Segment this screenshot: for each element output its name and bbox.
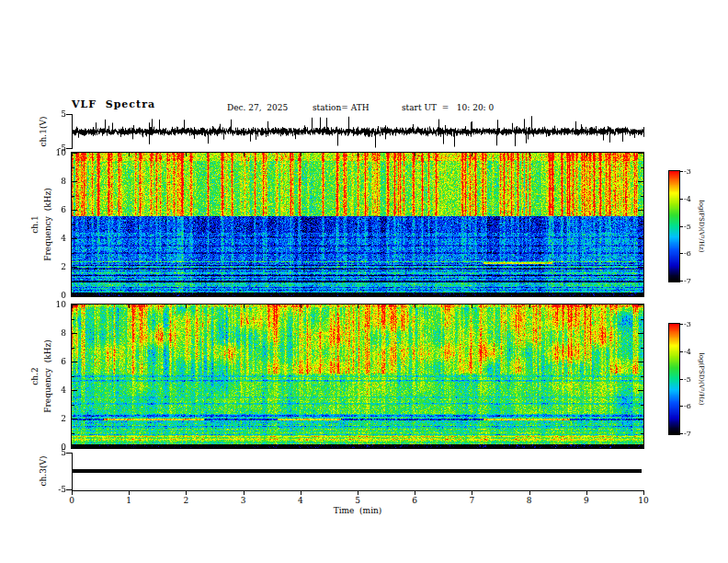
spec-x-tick [301, 444, 301, 448]
time-axis-tick [129, 490, 130, 495]
time-tick-label: 8 [527, 496, 532, 505]
ch2-spec-ytick-minor [641, 319, 643, 320]
spec-x-tick [186, 293, 187, 296]
colorbar-tick-label: -4 [684, 195, 691, 204]
colorbar-tick [679, 351, 683, 352]
spec-x-tick [643, 153, 644, 156]
colorbar-tick [679, 226, 683, 227]
spec-x-tick [472, 293, 472, 296]
time-axis-tick [529, 490, 530, 495]
time-tick-label: 10 [638, 496, 648, 505]
ch2-spec-ytick-minor [641, 348, 643, 349]
colorbar-tick-label: -5 [684, 223, 691, 232]
spec-x-tick [301, 293, 301, 296]
time-tick-label: 9 [584, 496, 589, 505]
ch1-spec-ytick-minor [641, 196, 643, 197]
spec-x-tick [129, 293, 130, 296]
colorbar-tick-label: -7 [684, 430, 691, 439]
start-ut-label: start UT = 10: 20: 0 [402, 103, 494, 112]
spec-x-tick [643, 304, 644, 308]
time-tick-label: 3 [241, 496, 246, 505]
spec-x-tick [244, 293, 245, 296]
ch2-spec-ytick-label: 6 [42, 357, 66, 366]
time-axis-tick [301, 490, 301, 495]
spec-x-tick [358, 444, 358, 448]
spec-x-tick [244, 304, 245, 308]
time-tick-label: 5 [355, 496, 360, 505]
ch2-spec-ytick-minor [641, 433, 643, 434]
colorbar-tick-label: -5 [684, 375, 691, 385]
time-axis-title: Time (min) [334, 506, 382, 515]
time-axis-tick [186, 490, 187, 495]
ch2-spec-ytick [638, 447, 643, 448]
spec-x-tick [586, 444, 587, 448]
spec-x-tick [301, 304, 301, 308]
ch1-spec-ytick-minor [641, 253, 643, 254]
ch1-spec-ytick-minor [72, 196, 74, 197]
ch3-wave-axis-line [72, 453, 73, 490]
spec-x-tick [529, 293, 530, 296]
ch2-spec-ytick [72, 447, 77, 448]
time-axis-tick [472, 490, 472, 495]
ch2-spec-ytick-minor [72, 319, 74, 320]
ch1-spec-ytick [72, 238, 77, 239]
colorbar-tick [679, 171, 683, 172]
spec-x-tick [472, 304, 472, 308]
ch1-spec-ytick [72, 153, 77, 154]
time-tick-label: 2 [184, 496, 189, 505]
ch3-wave-ytick [66, 453, 72, 454]
ch1-wave-ytick-label: 5 [42, 109, 66, 119]
ch2-spec-ytick-minor [72, 405, 74, 406]
ch1-spec-ytick-minor [72, 253, 74, 254]
colorbar-tick [679, 324, 683, 325]
spec-x-tick [529, 444, 530, 448]
spec-x-tick [586, 153, 587, 156]
figure-title: VLF Spectra [72, 100, 155, 109]
date-label: Dec. 27, 2025 [227, 103, 288, 112]
ch1-spec-ytick [72, 181, 77, 182]
ch2-spec-ytick-minor [641, 376, 643, 377]
colorbar-tick-label: -4 [684, 348, 691, 357]
station-label: station= ATH [313, 103, 370, 112]
colorbar-ch1-title: log(PSD)(V²/Hz) [698, 201, 705, 253]
ch1-spec-ytick [638, 267, 643, 268]
spec-x-tick [129, 153, 130, 156]
colorbar-tick [679, 199, 683, 200]
spec-x-tick [643, 293, 644, 296]
ch1-spec-ytick-minor [641, 224, 643, 225]
vlf-spectra-figure: VLF Spectra Dec. 27, 2025 station= ATH s… [0, 0, 728, 563]
time-tick-label: 7 [470, 496, 475, 505]
spec-x-tick [186, 444, 187, 448]
ch2-spec-ytick [638, 390, 643, 391]
ch1-spec-ytick [72, 210, 77, 211]
ch1-spec-ytick-minor [72, 224, 74, 225]
spec-x-tick [358, 153, 358, 156]
ch1-wave-axis-line [72, 114, 73, 149]
ch1-spec-ytick-label: 6 [42, 205, 66, 214]
spec-x-tick [529, 153, 530, 156]
time-axis-tick [72, 490, 73, 495]
ch1-wave-ytick [66, 148, 72, 149]
ch1-spec-ytick-minor [641, 167, 643, 168]
colorbar-tick-label: -3 [684, 320, 691, 329]
ch2-spec-ytick [638, 333, 643, 334]
ch2-spectrogram-canvas [71, 304, 644, 449]
colorbar-tick-label: -3 [684, 167, 691, 177]
ch2-spec-ytick-minor [641, 405, 643, 406]
ch2-spec-ytick [638, 304, 643, 305]
ch1-spec-ytick-minor [72, 167, 74, 168]
spec-x-tick [415, 293, 415, 296]
spec-x-tick [415, 153, 415, 156]
ch1-wave-ytick [66, 114, 72, 115]
spec-x-tick [186, 304, 187, 308]
time-tick-label: 4 [298, 496, 303, 505]
ch1-wave-ytick-label: -5 [42, 144, 66, 153]
ch1-spec-ytick-label: 2 [42, 262, 66, 271]
ch1-spec-ytick-label: 8 [42, 177, 66, 186]
ch3-voltage-axis-label: ch.3(V) [39, 456, 48, 487]
spec-x-tick [186, 153, 187, 156]
ch2-spec-ytick-label: 8 [42, 328, 66, 338]
ch2-spec-ytick-label: 10 [42, 300, 66, 309]
ch1-spec-ytick [72, 295, 77, 296]
colorbar-tick-label: -7 [684, 277, 691, 286]
